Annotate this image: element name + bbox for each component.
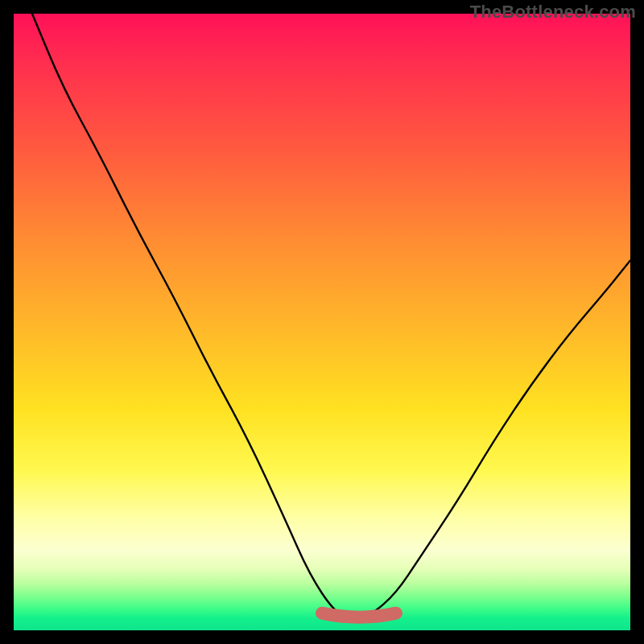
watermark-text: TheBottleneck.com xyxy=(470,2,636,23)
plot-area xyxy=(14,14,630,630)
chart-frame: TheBottleneck.com xyxy=(0,0,644,644)
valley-highlight xyxy=(14,14,630,630)
